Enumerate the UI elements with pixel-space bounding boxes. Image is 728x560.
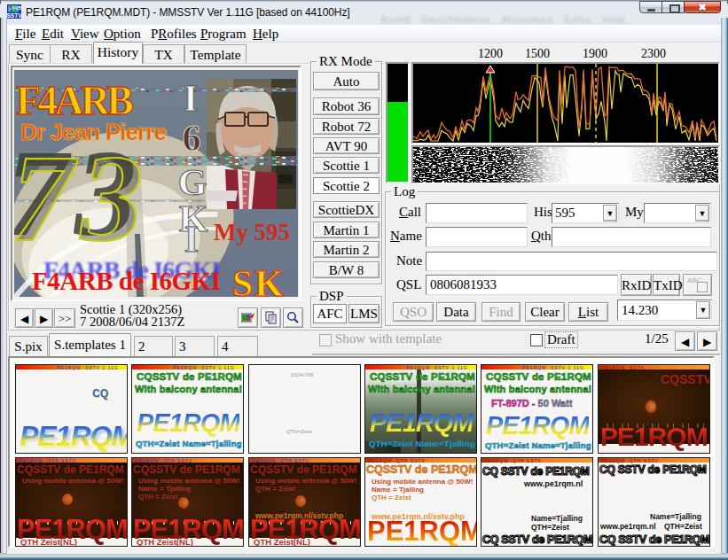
svg-text:I: I [184, 219, 199, 260]
svg-text:I: I [184, 78, 198, 119]
svg-text:F4ARB: F4ARB [16, 78, 134, 123]
svg-text:6: 6 [183, 118, 201, 159]
svg-text:SK: SK [232, 263, 284, 297]
svg-text:My 595: My 595 [214, 219, 290, 245]
svg-text:SSTV: SSTV [7, 12, 21, 19]
svg-text:F4ARB de I6GKI: F4ARB de I6GKI [32, 267, 221, 295]
svg-text:G: G [178, 162, 207, 203]
